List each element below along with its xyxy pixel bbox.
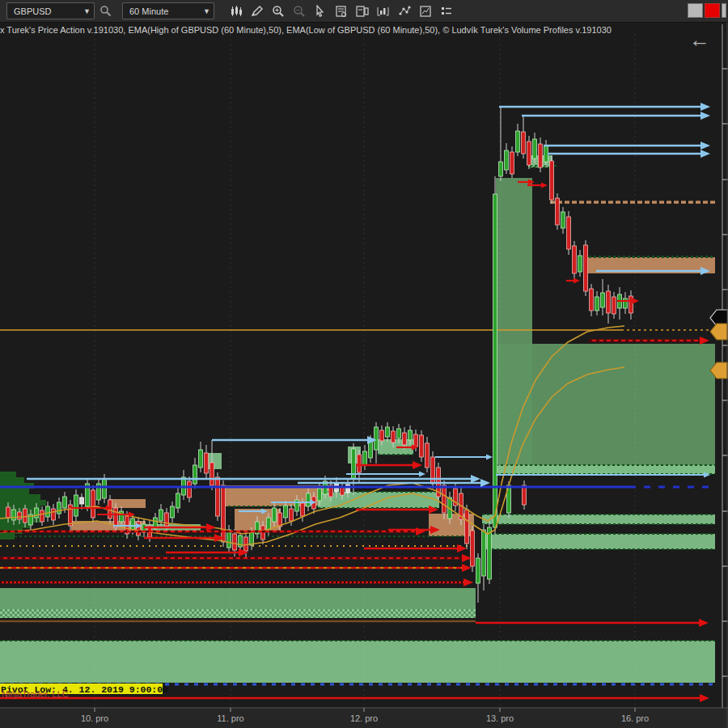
candle xyxy=(131,518,135,530)
candle xyxy=(176,493,180,508)
interval-label: 60 Minute xyxy=(129,6,195,16)
candle xyxy=(301,503,305,516)
candle xyxy=(199,450,203,468)
candle xyxy=(171,506,175,518)
chevron-down-icon: ▼ xyxy=(203,7,210,15)
list-view-icon[interactable] xyxy=(436,2,457,20)
candle xyxy=(425,443,430,468)
candle xyxy=(363,451,367,465)
interval-selector[interactable]: 60 Minute ▼ xyxy=(122,2,214,19)
candle xyxy=(527,142,531,165)
instrument-selector[interactable]: GBPUSD ▼ xyxy=(6,2,95,19)
candle xyxy=(63,497,67,508)
candle xyxy=(18,512,22,519)
candle xyxy=(46,506,50,517)
chart-region-icon[interactable] xyxy=(415,2,436,20)
search-icon[interactable] xyxy=(95,2,116,20)
candle xyxy=(80,497,84,504)
candle xyxy=(523,485,527,505)
candle xyxy=(533,139,537,159)
candle xyxy=(493,194,497,527)
window-buttons xyxy=(688,3,726,18)
candle xyxy=(408,430,413,440)
candle xyxy=(595,297,599,311)
restore-window-button[interactable] xyxy=(688,3,703,18)
candle xyxy=(222,485,226,542)
candle xyxy=(584,245,588,291)
candle xyxy=(499,162,503,176)
zone xyxy=(109,499,146,508)
back-arrow-icon[interactable]: ← xyxy=(689,29,710,50)
candle xyxy=(607,291,611,313)
candle xyxy=(307,493,311,506)
window-button-partial[interactable] xyxy=(722,3,726,18)
zone xyxy=(496,465,715,474)
candle xyxy=(12,510,16,520)
candle xyxy=(414,434,418,447)
cursor-pointer-icon[interactable] xyxy=(310,2,331,20)
candle xyxy=(403,433,407,445)
candle xyxy=(261,526,265,540)
zoom-in-icon[interactable] xyxy=(268,2,289,20)
candle xyxy=(624,298,628,308)
candle xyxy=(205,453,209,473)
candle xyxy=(476,558,480,583)
candle xyxy=(210,463,214,485)
candle xyxy=(216,477,220,516)
candle xyxy=(165,513,169,526)
candle xyxy=(193,465,197,484)
candle xyxy=(284,506,288,518)
candle xyxy=(505,150,509,170)
candle xyxy=(590,289,594,311)
x-axis-label: 12. pro xyxy=(350,713,378,723)
candle xyxy=(6,507,11,518)
candle xyxy=(397,429,401,438)
ninjatrader-watermark: NinjaTrader, LLC xyxy=(2,689,69,699)
zone xyxy=(0,641,715,683)
left-volume-profile xyxy=(0,472,46,540)
candle xyxy=(471,531,475,566)
candle xyxy=(442,485,447,513)
candle xyxy=(57,502,61,514)
zone xyxy=(207,453,222,469)
candle xyxy=(612,297,616,314)
ema-high-marker xyxy=(710,324,728,340)
candle xyxy=(369,441,373,458)
candle xyxy=(386,427,390,437)
indicator-panel-icon[interactable] xyxy=(373,2,394,20)
candle xyxy=(358,455,362,472)
candle xyxy=(510,152,514,174)
price-chart-canvas[interactable]: Pivot Low: 4. 12. 2019 9:00:00NinjaTrade… xyxy=(0,0,728,728)
close-window-button[interactable] xyxy=(705,3,720,18)
line-scatter-icon[interactable] xyxy=(394,2,415,20)
candle xyxy=(40,510,44,522)
candle xyxy=(550,161,554,200)
x-axis-label: 11. pro xyxy=(217,713,243,723)
candle xyxy=(375,427,379,450)
candle xyxy=(420,435,424,457)
candle xyxy=(392,431,396,442)
candle xyxy=(290,509,294,521)
chevron-down-icon: ▼ xyxy=(83,7,91,15)
candlestick-chart-icon[interactable] xyxy=(226,2,247,20)
candle xyxy=(539,144,543,167)
candle xyxy=(103,479,107,498)
candle xyxy=(91,490,95,518)
draw-pencil-icon[interactable] xyxy=(247,2,268,20)
candle xyxy=(465,510,469,544)
candle xyxy=(629,296,633,313)
zoom-out-icon[interactable] xyxy=(289,2,310,20)
candle xyxy=(522,132,526,154)
x-axis-label: 13. pro xyxy=(486,713,514,723)
toolbar-icons xyxy=(226,2,457,20)
data-box-icon[interactable] xyxy=(331,2,352,20)
instrument-label: GBPUSD xyxy=(14,6,75,16)
zone xyxy=(0,609,476,618)
window-split-icon[interactable] xyxy=(352,2,373,20)
candle xyxy=(561,212,565,228)
candle xyxy=(556,198,560,225)
chart-toolbar: GBPUSD ▼ 60 Minute ▼ xyxy=(0,0,728,23)
candle xyxy=(35,508,39,518)
candle xyxy=(516,131,520,152)
zone xyxy=(496,344,715,474)
